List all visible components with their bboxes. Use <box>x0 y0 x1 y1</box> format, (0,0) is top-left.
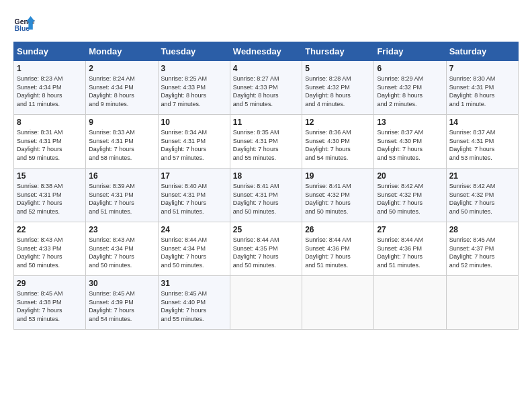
day-number: 9 <box>89 118 154 127</box>
day-info: Sunrise: 8:33 AM Sunset: 4:31 PM Dayligh… <box>89 128 154 162</box>
day-info: Sunrise: 8:45 AM Sunset: 4:39 PM Dayligh… <box>89 289 154 323</box>
day-info: Sunrise: 8:30 AM Sunset: 4:31 PM Dayligh… <box>449 75 515 108</box>
day-number: 6 <box>377 64 443 73</box>
day-number: 3 <box>161 64 227 73</box>
day-number: 2 <box>89 64 154 73</box>
calendar-cell: 8Sunrise: 8:31 AM Sunset: 4:31 PM Daylig… <box>14 115 86 169</box>
day-number: 11 <box>233 118 299 127</box>
day-info: Sunrise: 8:41 AM Sunset: 4:32 PM Dayligh… <box>305 182 371 216</box>
day-info: Sunrise: 8:23 AM Sunset: 4:34 PM Dayligh… <box>17 75 83 108</box>
day-number: 22 <box>17 225 83 234</box>
day-info: Sunrise: 8:37 AM Sunset: 4:30 PM Dayligh… <box>377 128 443 162</box>
calendar-cell: 18Sunrise: 8:41 AM Sunset: 4:31 PM Dayli… <box>230 169 302 222</box>
day-info: Sunrise: 8:43 AM Sunset: 4:34 PM Dayligh… <box>89 236 154 269</box>
day-info: Sunrise: 8:34 AM Sunset: 4:31 PM Dayligh… <box>161 128 227 162</box>
day-number: 10 <box>161 118 227 127</box>
day-number: 18 <box>233 171 299 181</box>
day-info: Sunrise: 8:38 AM Sunset: 4:31 PM Dayligh… <box>17 182 83 216</box>
day-number: 30 <box>89 279 154 288</box>
day-number: 8 <box>17 118 83 127</box>
day-info: Sunrise: 8:29 AM Sunset: 4:32 PM Dayligh… <box>377 75 443 108</box>
calendar-table: SundayMondayTuesdayWednesdayThursdayFrid… <box>13 42 519 330</box>
calendar-cell: 30Sunrise: 8:45 AM Sunset: 4:39 PM Dayli… <box>86 276 158 330</box>
day-info: Sunrise: 8:37 AM Sunset: 4:31 PM Dayligh… <box>449 128 515 162</box>
calendar-cell: 19Sunrise: 8:41 AM Sunset: 4:32 PM Dayli… <box>302 169 374 222</box>
day-number: 27 <box>377 225 443 234</box>
day-info: Sunrise: 8:43 AM Sunset: 4:33 PM Dayligh… <box>17 236 83 269</box>
calendar-cell: 21Sunrise: 8:42 AM Sunset: 4:32 PM Dayli… <box>446 169 518 222</box>
day-info: Sunrise: 8:45 AM Sunset: 4:40 PM Dayligh… <box>161 289 227 323</box>
calendar-cell: 20Sunrise: 8:42 AM Sunset: 4:32 PM Dayli… <box>374 169 446 222</box>
calendar-cell: 29Sunrise: 8:45 AM Sunset: 4:38 PM Dayli… <box>14 276 86 330</box>
day-info: Sunrise: 8:45 AM Sunset: 4:38 PM Dayligh… <box>17 289 83 323</box>
day-number: 7 <box>449 64 515 73</box>
day-number: 5 <box>305 64 371 73</box>
day-info: Sunrise: 8:25 AM Sunset: 4:33 PM Dayligh… <box>161 75 227 108</box>
day-number: 14 <box>449 118 515 127</box>
calendar-cell: 27Sunrise: 8:44 AM Sunset: 4:36 PM Dayli… <box>374 222 446 276</box>
weekday-header-friday: Friday <box>374 42 446 61</box>
logo: General Blue <box>13 13 35 35</box>
weekday-header-thursday: Thursday <box>302 42 374 61</box>
day-number: 28 <box>449 225 515 234</box>
day-number: 15 <box>17 171 83 181</box>
day-info: Sunrise: 8:42 AM Sunset: 4:32 PM Dayligh… <box>449 182 515 216</box>
day-info: Sunrise: 8:31 AM Sunset: 4:31 PM Dayligh… <box>17 128 83 162</box>
page-header: General Blue <box>13 13 519 35</box>
calendar-cell: 10Sunrise: 8:34 AM Sunset: 4:31 PM Dayli… <box>158 115 230 169</box>
day-number: 16 <box>89 171 154 181</box>
weekday-header-saturday: Saturday <box>446 42 518 61</box>
calendar-cell: 2Sunrise: 8:24 AM Sunset: 4:34 PM Daylig… <box>86 61 158 115</box>
day-info: Sunrise: 8:44 AM Sunset: 4:36 PM Dayligh… <box>377 236 443 269</box>
calendar-cell: 11Sunrise: 8:35 AM Sunset: 4:31 PM Dayli… <box>230 115 302 169</box>
weekday-header-sunday: Sunday <box>14 42 86 61</box>
svg-text:Blue: Blue <box>15 25 30 32</box>
calendar-cell: 24Sunrise: 8:44 AM Sunset: 4:34 PM Dayli… <box>158 222 230 276</box>
calendar-cell: 12Sunrise: 8:36 AM Sunset: 4:30 PM Dayli… <box>302 115 374 169</box>
calendar-cell: 4Sunrise: 8:27 AM Sunset: 4:33 PM Daylig… <box>230 61 302 115</box>
day-number: 13 <box>377 118 443 127</box>
day-number: 19 <box>305 171 371 181</box>
day-number: 29 <box>17 279 83 288</box>
day-info: Sunrise: 8:44 AM Sunset: 4:35 PM Dayligh… <box>233 236 299 269</box>
calendar-cell: 17Sunrise: 8:40 AM Sunset: 4:31 PM Dayli… <box>158 169 230 222</box>
calendar-cell <box>302 276 374 330</box>
day-number: 1 <box>17 64 83 73</box>
day-info: Sunrise: 8:28 AM Sunset: 4:32 PM Dayligh… <box>305 75 371 108</box>
weekday-header-wednesday: Wednesday <box>230 42 302 61</box>
day-number: 24 <box>161 225 227 234</box>
day-number: 12 <box>305 118 371 127</box>
calendar-cell: 15Sunrise: 8:38 AM Sunset: 4:31 PM Dayli… <box>14 169 86 222</box>
day-info: Sunrise: 8:39 AM Sunset: 4:31 PM Dayligh… <box>89 182 154 216</box>
day-info: Sunrise: 8:44 AM Sunset: 4:36 PM Dayligh… <box>305 236 371 269</box>
day-info: Sunrise: 8:40 AM Sunset: 4:31 PM Dayligh… <box>161 182 227 216</box>
day-info: Sunrise: 8:41 AM Sunset: 4:31 PM Dayligh… <box>233 182 299 216</box>
day-number: 25 <box>233 225 299 234</box>
day-number: 23 <box>89 225 154 234</box>
calendar-cell: 9Sunrise: 8:33 AM Sunset: 4:31 PM Daylig… <box>86 115 158 169</box>
day-number: 31 <box>161 279 227 288</box>
day-number: 4 <box>233 64 299 73</box>
day-info: Sunrise: 8:45 AM Sunset: 4:37 PM Dayligh… <box>449 236 515 269</box>
calendar-cell: 31Sunrise: 8:45 AM Sunset: 4:40 PM Dayli… <box>158 276 230 330</box>
logo-icon: General Blue <box>13 13 35 35</box>
weekday-header-tuesday: Tuesday <box>158 42 230 61</box>
calendar-cell: 22Sunrise: 8:43 AM Sunset: 4:33 PM Dayli… <box>14 222 86 276</box>
weekday-header-monday: Monday <box>86 42 158 61</box>
calendar-cell <box>374 276 446 330</box>
day-info: Sunrise: 8:35 AM Sunset: 4:31 PM Dayligh… <box>233 128 299 162</box>
calendar-cell: 7Sunrise: 8:30 AM Sunset: 4:31 PM Daylig… <box>446 61 518 115</box>
calendar-cell: 16Sunrise: 8:39 AM Sunset: 4:31 PM Dayli… <box>86 169 158 222</box>
calendar-cell: 3Sunrise: 8:25 AM Sunset: 4:33 PM Daylig… <box>158 61 230 115</box>
day-info: Sunrise: 8:27 AM Sunset: 4:33 PM Dayligh… <box>233 75 299 108</box>
calendar-cell: 23Sunrise: 8:43 AM Sunset: 4:34 PM Dayli… <box>86 222 158 276</box>
day-number: 26 <box>305 225 371 234</box>
calendar-cell <box>230 276 302 330</box>
day-info: Sunrise: 8:24 AM Sunset: 4:34 PM Dayligh… <box>89 75 154 108</box>
day-number: 20 <box>377 171 443 181</box>
calendar-cell: 5Sunrise: 8:28 AM Sunset: 4:32 PM Daylig… <box>302 61 374 115</box>
calendar-cell: 14Sunrise: 8:37 AM Sunset: 4:31 PM Dayli… <box>446 115 518 169</box>
day-info: Sunrise: 8:36 AM Sunset: 4:30 PM Dayligh… <box>305 128 371 162</box>
day-info: Sunrise: 8:42 AM Sunset: 4:32 PM Dayligh… <box>377 182 443 216</box>
calendar-cell <box>446 276 518 330</box>
